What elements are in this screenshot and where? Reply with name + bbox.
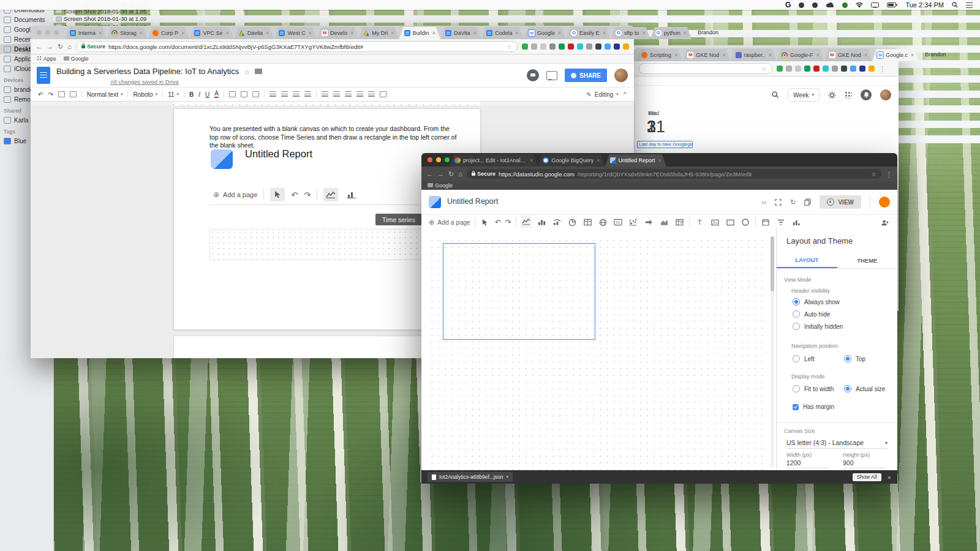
extension-icon[interactable] bbox=[804, 66, 810, 72]
zoom-icon[interactable] bbox=[70, 91, 77, 97]
open-comments-icon[interactable] bbox=[546, 71, 557, 80]
comment-history-icon[interactable] bbox=[527, 69, 539, 81]
extension-icon[interactable] bbox=[595, 43, 601, 50]
bookmark-star-icon[interactable]: ☆ bbox=[871, 171, 876, 178]
table-tool[interactable] bbox=[582, 216, 593, 228]
sidebar-item[interactable]: Documents bbox=[0, 15, 53, 24]
redo-button[interactable]: ↷ bbox=[505, 218, 511, 227]
datastudio-logo[interactable] bbox=[429, 196, 441, 208]
tab-close-icon[interactable] bbox=[98, 30, 102, 36]
browser-tab[interactable]: Untitled Report bbox=[605, 154, 666, 167]
browser-tab[interactable]: DaVita bbox=[440, 27, 481, 39]
tab-close-icon[interactable] bbox=[350, 30, 353, 36]
refresh-data-icon[interactable]: ↻ bbox=[790, 198, 796, 206]
tab-close-icon[interactable] bbox=[768, 52, 772, 58]
insert-link-icon[interactable] bbox=[229, 91, 236, 97]
font-size-select[interactable]: 11 bbox=[168, 91, 179, 98]
reload-icon[interactable]: ↻ bbox=[58, 43, 63, 51]
italic-button[interactable]: I bbox=[198, 91, 200, 98]
evernote-icon[interactable] bbox=[842, 2, 848, 8]
notifications-bell-icon[interactable] bbox=[861, 89, 872, 100]
browser-tab[interactable]: Google bbox=[524, 27, 566, 39]
chrome-profile-name[interactable]: Brandon bbox=[919, 51, 952, 58]
report-title[interactable]: Untitled Report bbox=[447, 197, 503, 206]
browser-tab[interactable]: raspber.. bbox=[731, 49, 777, 61]
data-control[interactable] bbox=[791, 216, 802, 228]
extension-icon[interactable] bbox=[813, 66, 820, 72]
browser-tab[interactable]: GKE Nod bbox=[824, 49, 872, 61]
pivot-table-tool[interactable] bbox=[674, 216, 685, 228]
search-icon[interactable] bbox=[772, 91, 779, 99]
combo-chart-tool[interactable] bbox=[551, 216, 562, 228]
text-tool[interactable]: T bbox=[694, 216, 705, 228]
menu-bar-clock[interactable]: Tue 2:34 PM bbox=[905, 1, 944, 9]
tab-theme[interactable]: THEME bbox=[837, 252, 898, 268]
extension-icon[interactable] bbox=[859, 66, 865, 72]
align-center-icon[interactable] bbox=[281, 91, 288, 97]
selected-chart-placeholder[interactable] bbox=[443, 243, 595, 340]
tab-close-icon[interactable] bbox=[529, 157, 533, 163]
g-status-icon[interactable]: G bbox=[785, 1, 791, 9]
radio-nav-top[interactable]: Top bbox=[844, 355, 865, 362]
redo-button[interactable]: ↷ bbox=[48, 91, 53, 98]
document-title[interactable]: Building a Serverless Data Pipeline: IoT… bbox=[56, 67, 239, 76]
gear-icon[interactable] bbox=[828, 91, 836, 99]
fullscreen-icon[interactable] bbox=[775, 199, 782, 206]
view-range-select[interactable]: Week bbox=[788, 88, 820, 102]
tab-close-icon[interactable] bbox=[864, 52, 867, 58]
date-range-control[interactable] bbox=[760, 216, 771, 228]
tab-close-icon[interactable] bbox=[225, 30, 228, 36]
move-folder-icon[interactable] bbox=[255, 69, 262, 74]
tab-close-icon[interactable] bbox=[674, 52, 677, 58]
tab-close-icon[interactable] bbox=[658, 157, 662, 163]
url-bar[interactable] bbox=[639, 63, 772, 74]
extension-icon[interactable] bbox=[832, 66, 838, 72]
timeseries-chart-tool[interactable] bbox=[521, 216, 532, 229]
extension-icon[interactable] bbox=[623, 43, 629, 50]
bold-button[interactable]: B bbox=[189, 91, 194, 98]
embed-code-icon[interactable]: ‹› bbox=[762, 198, 766, 206]
add-collaborator-icon[interactable] bbox=[879, 216, 890, 228]
bar-chart-tool[interactable] bbox=[536, 216, 547, 228]
align-left-icon[interactable] bbox=[270, 91, 276, 97]
browser-tab[interactable]: My Dri bbox=[358, 27, 399, 39]
extension-icon[interactable] bbox=[795, 66, 801, 72]
width-input[interactable]: 1200 bbox=[786, 459, 829, 468]
browser-tab[interactable]: Scripting bbox=[636, 49, 682, 61]
browser-tab[interactable]: python bbox=[650, 27, 692, 39]
share-button[interactable]: SHARE bbox=[565, 69, 607, 82]
tab-close-icon[interactable] bbox=[265, 30, 269, 36]
insert-image-icon[interactable] bbox=[252, 91, 259, 97]
area-chart-tool[interactable] bbox=[658, 216, 669, 228]
collapse-toolbar-icon[interactable] bbox=[624, 91, 627, 98]
view-button[interactable]: VIEW bbox=[820, 195, 861, 209]
radio-always-show[interactable]: Always show bbox=[793, 298, 840, 305]
apps-shortcut[interactable]: Apps bbox=[37, 56, 56, 62]
browser-tab[interactable]: Buildin bbox=[399, 27, 440, 39]
radio-nav-left[interactable]: Left bbox=[793, 355, 815, 362]
extension-icon[interactable] bbox=[540, 43, 546, 50]
extension-icon[interactable] bbox=[614, 43, 620, 50]
home-icon[interactable]: ⌂ bbox=[67, 43, 72, 50]
tab-close-icon[interactable] bbox=[308, 30, 312, 36]
print-icon[interactable] bbox=[58, 91, 65, 97]
window-controls[interactable] bbox=[428, 157, 450, 162]
extension-icon[interactable] bbox=[605, 43, 611, 50]
extension-icon[interactable] bbox=[568, 43, 574, 50]
pie-chart-tool[interactable] bbox=[567, 216, 578, 228]
save-status[interactable]: All changes saved in Drive bbox=[110, 78, 179, 85]
file-row[interactable]: Screen Shot 2018-01-30 at 1.09 bbox=[53, 15, 980, 23]
back-icon[interactable]: ← bbox=[36, 43, 42, 50]
extension-icon[interactable] bbox=[577, 43, 583, 50]
spotlight-search-icon[interactable] bbox=[952, 2, 958, 8]
underline-button[interactable]: U bbox=[205, 91, 209, 98]
radio-actual-size[interactable]: Actual size bbox=[844, 385, 885, 392]
text-color-button[interactable]: A bbox=[214, 91, 219, 98]
google-bookmark[interactable]: Google bbox=[428, 182, 453, 189]
back-icon[interactable]: ← bbox=[426, 170, 433, 178]
extension-icon[interactable] bbox=[869, 66, 875, 72]
tab-close-icon[interactable] bbox=[683, 30, 687, 36]
forward-icon[interactable]: → bbox=[437, 170, 444, 178]
scatter-chart-tool[interactable] bbox=[628, 216, 639, 228]
window-controls[interactable] bbox=[37, 30, 59, 35]
